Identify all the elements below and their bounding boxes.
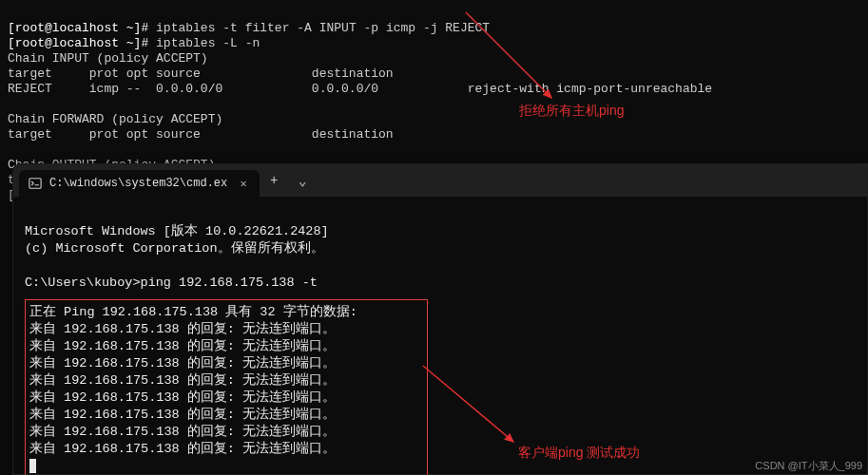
chain-input: Chain INPUT (policy ACCEPT) — [8, 51, 208, 66]
close-icon[interactable]: ✕ — [235, 175, 252, 192]
svg-rect-1 — [29, 179, 41, 189]
watermark: CSDN @IT小菜人_999 — [755, 459, 862, 473]
tab-dropdown-button[interactable]: ⌄ — [288, 166, 317, 195]
banner-line: Microsoft Windows [版本 10.0.22621.2428] — [25, 224, 329, 238]
titlebar: C:\windows\system32\cmd.ex ✕ + ⌄ — [13, 164, 867, 197]
tab-cmd[interactable]: C:\windows\system32\cmd.ex ✕ — [19, 170, 260, 197]
prompt: [root@localhost ~]# — [8, 36, 148, 50]
ping-output-box: 正在 Ping 192.168.175.138 具有 32 字节的数据: 来自 … — [25, 299, 428, 475]
cmd-window: C:\windows\system32\cmd.ex ✕ + ⌄ Microso… — [13, 164, 867, 474]
table-header: target prot opt source destination — [8, 127, 394, 142]
annotation-1: 拒绝所有主机ping — [519, 103, 624, 120]
ping-reply-line: 来自 192.168.175.138 的回复: 无法连到端口。 — [29, 322, 336, 336]
ping-reply-line: 来自 192.168.175.138 的回复: 无法连到端口。 — [29, 356, 336, 370]
chain-forward: Chain FORWARD (policy ACCEPT) — [8, 112, 222, 126]
ping-reply-line: 来自 192.168.175.138 的回复: 无法连到端口。 — [29, 373, 336, 388]
cmd-prompt: C:\Users\kuboy> — [25, 276, 141, 290]
new-tab-button[interactable]: + — [260, 166, 288, 195]
banner-line: (c) Microsoft Corporation。保留所有权利。 — [25, 241, 324, 256]
text-cursor — [29, 459, 36, 473]
terminal-icon — [29, 177, 42, 190]
ping-header: 正在 Ping 192.168.175.138 具有 32 字节的数据: — [29, 305, 357, 319]
rule-line: REJECT icmp -- 0.0.0.0/0 0.0.0.0/0 rejec… — [8, 82, 712, 96]
ping-reply-line: 来自 192.168.175.138 的回复: 无法连到端口。 — [29, 390, 336, 405]
tab-title: C:\windows\system32\cmd.ex — [49, 177, 227, 190]
ping-reply-line: 来自 192.168.175.138 的回复: 无法连到端口。 — [29, 425, 336, 439]
ping-reply-line: 来自 192.168.175.138 的回复: 无法连到端口。 — [29, 339, 336, 353]
cmd-command: ping 192.168.175.138 -t — [141, 276, 318, 290]
command-2: iptables -L -n — [156, 36, 260, 50]
cmd-body[interactable]: Microsoft Windows [版本 10.0.22621.2428] (… — [13, 197, 867, 475]
annotation-2: 客户端ping 测试成功 — [518, 445, 640, 462]
table-header: target prot opt source destination — [8, 66, 394, 81]
ping-reply-line: 来自 192.168.175.138 的回复: 无法连到端口。 — [29, 442, 336, 456]
command-1: iptables -t filter -A INPUT -p icmp -j R… — [156, 21, 490, 35]
ping-reply-line: 来自 192.168.175.138 的回复: 无法连到端口。 — [29, 408, 336, 422]
prompt: [root@localhost ~]# — [8, 21, 148, 35]
